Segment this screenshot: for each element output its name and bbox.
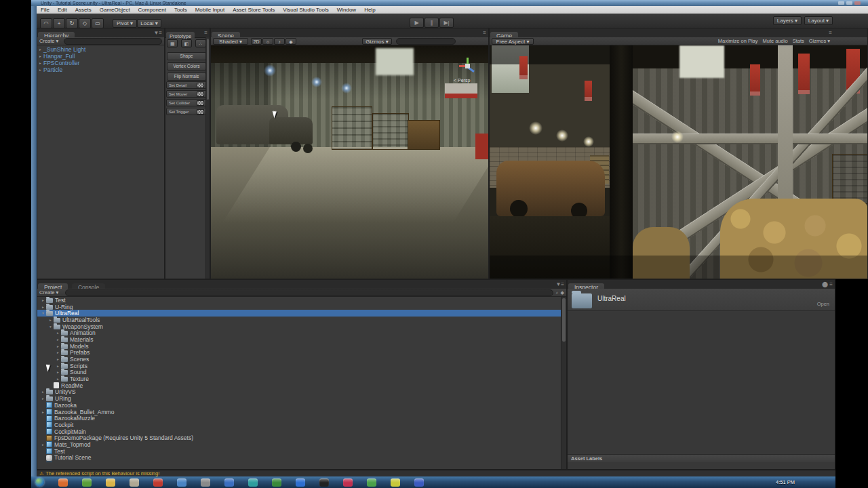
taskbar-app-5[interactable] [153,479,163,487]
aspect-dropdown[interactable]: Free Aspect ▾ [492,38,534,45]
expander-icon[interactable]: ▸ [55,344,61,348]
expander-icon[interactable]: ▸ [55,350,61,354]
layout-dropdown[interactable]: Layout ▾ [804,16,833,25]
expander-icon[interactable]: ▾ [47,325,54,329]
light-gizmo-icon[interactable] [264,64,276,77]
taskbar-app-2[interactable] [82,479,92,487]
expander-icon[interactable]: ▸ [55,370,61,374]
effects-toggle[interactable]: ◈ [285,38,296,45]
project-scrollbar-thumb[interactable] [562,298,566,342]
persp-label[interactable]: < Persp [454,78,470,83]
toggle-state-icon[interactable] [197,109,204,115]
asset-labels-bar[interactable]: Asset Labels [568,454,835,462]
tree-row[interactable]: ▸UltraRealTools [37,317,561,323]
layers-dropdown[interactable]: Layers ▾ [773,16,802,25]
tree-row[interactable]: Cockpit [37,422,561,428]
pause-button[interactable]: ∥ [425,18,439,28]
tree-row[interactable]: ▸Scripts [37,363,561,369]
scene-panel-menu-icon[interactable]: ≡ [483,30,486,36]
hierarchy-create-button[interactable]: Create ▾ [39,38,58,44]
open-button[interactable]: Open [817,301,829,307]
tree-row[interactable]: BazookaMuzzle [37,415,561,422]
minimize-button[interactable] [838,1,844,5]
prototype-toggle-set-collider[interactable]: Set Collider [166,99,207,106]
tree-row[interactable]: ReadMe [37,382,561,389]
taskbar-app-14[interactable] [367,479,376,487]
toggle-state-icon[interactable] [197,83,204,88]
expander-icon[interactable]: ▸ [37,60,43,66]
prototype-scrollbar[interactable] [205,37,210,279]
taskbar-app-6[interactable] [177,479,186,487]
hierarchy-search-input[interactable] [64,38,162,45]
scale-tool[interactable]: ◇ [79,18,91,28]
object-mode-icon[interactable]: ▦ [167,39,178,47]
face-mode-icon[interactable]: ◧ [181,39,192,47]
tree-row[interactable]: ▸Prefabs [37,350,561,357]
window-titlebar[interactable]: Unity - Tutorial Scene.unity - UltraReal… [31,0,868,6]
tree-row[interactable]: ▸Mats_Topmod [37,441,561,448]
2d-toggle[interactable]: 2D [251,38,262,45]
status-bar[interactable]: ⚠ The referenced script on this Behaviou… [37,470,835,476]
prototype-toggle-set-detail[interactable]: Set Detail [166,81,207,89]
prototype-toggle-set-mover[interactable]: Set Mover [166,90,207,98]
expander-icon[interactable]: ▸ [55,377,61,381]
expander-icon[interactable]: ▸ [40,410,46,414]
prototype-scrollbar-thumb[interactable] [207,39,209,100]
expander-icon[interactable]: ▸ [47,318,54,322]
taskbar-app-4[interactable] [130,479,139,487]
hierarchy-item[interactable]: ▸FPSController [37,60,164,66]
prototype-panel-menu-icon[interactable]: ≡ [204,30,208,36]
project-search-input[interactable] [65,289,553,296]
tree-row[interactable]: CockpitMain [37,428,561,435]
expander-icon[interactable]: ▾ [40,311,46,315]
tree-row[interactable]: ▸Animation [37,329,561,336]
hierarchy-item[interactable]: ▸Hangar_Full [37,53,164,60]
menu-help[interactable]: Help [360,6,379,14]
vertex-mode-icon[interactable]: ∴ [195,39,206,47]
taskbar-app-10[interactable] [272,479,281,487]
menu-edit[interactable]: Edit [54,6,71,14]
tree-row[interactable]: ▸Sound [37,369,561,376]
expander-icon[interactable]: ▸ [55,364,61,368]
project-scrollbar[interactable] [561,297,566,469]
expander-icon[interactable]: ▸ [37,66,43,73]
taskbar-clock[interactable]: 4:51 PM [776,479,795,485]
play-button[interactable]: ▶ [410,18,424,28]
start-button[interactable] [35,478,44,487]
taskbar-app-9[interactable] [248,479,258,487]
step-button[interactable]: ▶| [439,18,454,28]
taskbar-app-1[interactable] [58,479,68,487]
close-button[interactable] [854,1,861,5]
tree-row[interactable]: ▸UnityVS [37,389,561,396]
project-panel-menu-icon[interactable]: ▼≡ [555,281,564,287]
menu-assets[interactable]: Assets [71,6,96,14]
scene-orientation-gizmo[interactable] [459,58,477,75]
tree-row[interactable]: ▸Bazooka_Bullet_Ammo [37,409,561,415]
game-control-gizmos[interactable]: Gizmos ▾ [809,38,830,44]
menu-visual-studio-tools[interactable]: Visual Studio Tools [279,6,332,14]
tree-row[interactable]: ▸URing [37,395,561,402]
taskbar-app-11[interactable] [296,479,305,487]
game-control-mute-audio[interactable]: Mute audio [763,38,788,44]
menu-file[interactable]: File [37,6,54,14]
prototype-button-shape[interactable]: Shape [167,52,206,60]
scene-viewport[interactable]: < Persp [211,45,488,279]
maximize-button[interactable] [846,1,852,5]
search-icon[interactable]: ⌕ [556,290,559,296]
hand-tool[interactable]: ◠ [40,18,52,28]
hierarchy-item[interactable]: ▸Particle [37,66,164,73]
expander-icon[interactable]: ▸ [55,331,61,335]
prototype-button-vertex-colors[interactable]: Vertex Colors [167,62,206,70]
scene-gizmos-dropdown[interactable]: Gizmos ▾ [362,38,392,45]
space-toggle[interactable]: Local ▾ [137,19,161,28]
taskbar-app-13[interactable] [343,479,353,487]
prototype-toggle-set-trigger[interactable]: Set Trigger [166,108,207,115]
expander-icon[interactable]: ▸ [40,390,46,394]
tree-row[interactable]: Bazooka [37,402,561,409]
light-gizmo-icon[interactable] [311,77,322,87]
tree-row[interactable]: Test [37,448,561,455]
taskbar-app-12[interactable] [319,479,329,487]
expander-icon[interactable]: ▸ [37,46,43,53]
tree-row[interactable]: ▸Test [37,297,561,304]
expander-icon[interactable]: ▸ [40,396,46,401]
